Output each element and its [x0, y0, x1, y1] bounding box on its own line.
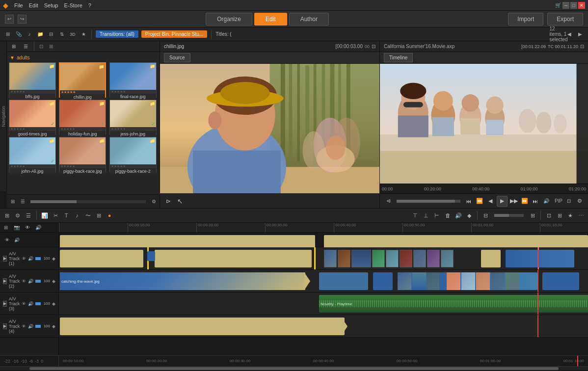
source-mark-in-icon[interactable]: ⊳ — [164, 197, 173, 206]
cart-icon[interactable]: 🛒 — [555, 2, 561, 9]
tl-master-icon[interactable]: ⊞ — [2, 224, 10, 232]
track2-volume-bar[interactable] — [35, 280, 40, 283]
track1-vol-icon[interactable]: 🔊 — [28, 256, 33, 261]
track2-thumb-5[interactable] — [447, 272, 460, 290]
timeline-fullscreen-icon[interactable]: ⊡ — [580, 44, 584, 49]
track1-eye-icon[interactable]: 👁 — [22, 256, 26, 261]
tl-snap-icon[interactable]: ⊥ — [422, 212, 430, 219]
tl-cut-icon[interactable]: ✂ — [52, 212, 59, 219]
grid-item-jess[interactable]: ★★★★★ jess-john.jpg ✓ 📁 — [109, 100, 157, 135]
maximize-button[interactable]: □ — [570, 2, 577, 9]
pip-button[interactable]: PIP — [555, 198, 562, 204]
grid-item-holiday[interactable]: ★★★★★ holiday-fun.jpg ✓ 📁 — [59, 100, 106, 135]
track2-thumb-8[interactable] — [491, 272, 505, 290]
aspect-ratio-icon[interactable]: ⊡ — [564, 197, 573, 206]
tl-effects-icon[interactable]: ★ — [566, 212, 574, 219]
track1-clip-4[interactable] — [506, 250, 574, 267]
track2-blue-1[interactable] — [319, 272, 368, 290]
tl-grid-icon[interactable]: ⊞ — [95, 212, 103, 219]
track4-eye-icon[interactable]: 👁 — [22, 324, 26, 329]
tab-author[interactable]: Author — [289, 13, 329, 26]
grid-item-piggy2[interactable]: ★★★★★ piggy-back-race-2 📁 — [109, 137, 157, 172]
panel-tab-icon2[interactable]: ☰ — [21, 43, 31, 50]
tl-keyframe-icon[interactable]: ◆ — [465, 212, 473, 219]
thumb-clip-2[interactable] — [338, 250, 350, 267]
timeline-scrollbar[interactable] — [0, 366, 588, 370]
track1-clip-1[interactable] — [60, 250, 143, 267]
source-select-icon[interactable]: ↖ — [176, 197, 185, 206]
track2-expand-btn[interactable]: ▶ — [3, 278, 7, 284]
track1-transition-1[interactable] — [147, 251, 155, 261]
menu-file[interactable]: File — [14, 2, 23, 8]
tl-chart-icon[interactable]: 📊 — [41, 212, 49, 219]
prev-nav-icon[interactable]: ◀ — [565, 30, 573, 38]
close-button[interactable]: ✕ — [578, 2, 585, 9]
go-start-button[interactable]: ⏮ — [464, 197, 473, 206]
track2-thumb-6[interactable] — [461, 272, 475, 290]
track1-expand-btn[interactable]: ▶ — [3, 256, 7, 262]
menu-help[interactable]: ? — [88, 2, 91, 8]
track2-wave-clip[interactable]: catching-the-wave.jpg — [60, 272, 305, 290]
source-tab[interactable]: Source — [164, 53, 190, 62]
tl-more-icon[interactable]: ⋯ — [577, 212, 585, 219]
track2-vol-icon[interactable]: 🔊 — [28, 279, 33, 284]
tl-zoom-out-icon[interactable]: ⊟ — [481, 212, 489, 219]
prev-mark-button[interactable]: ⊲ — [384, 197, 393, 206]
thumb-clip-1[interactable] — [324, 250, 337, 267]
next-button[interactable]: ▶▶ — [509, 197, 518, 206]
track2-thumb-1[interactable] — [398, 272, 411, 290]
timeline-tab[interactable]: Timeline — [384, 53, 413, 62]
track1-lock-icon[interactable]: ◆ — [52, 256, 55, 261]
tl-delete-icon[interactable]: 🗑 — [444, 212, 452, 219]
settings-preview-icon[interactable]: ⚙ — [575, 197, 584, 206]
fullscreen-icon[interactable]: ⊡ — [372, 44, 375, 49]
track2-thumb-3[interactable] — [427, 272, 441, 290]
grid-item-john[interactable]: ★★★★★ john-Ali.jpg ✓ 📁 — [9, 137, 56, 172]
grid-item-piggy1[interactable]: ★★★★★ piggy-back-race.jpg 📁 — [59, 137, 106, 172]
thumb-clip-6[interactable] — [400, 250, 412, 267]
track1-clip-3[interactable] — [481, 250, 501, 267]
prev-button[interactable]: ◀ — [486, 197, 495, 206]
next-frame-button[interactable]: ⏩ — [520, 197, 529, 206]
panel-view1-icon[interactable]: ⊡ — [37, 43, 45, 51]
export-button[interactable]: Export — [547, 13, 583, 26]
folder-icon[interactable]: 📁 — [36, 30, 44, 38]
stars-icon[interactable]: ★ — [80, 30, 87, 38]
menu-estore[interactable]: E-Store — [64, 2, 82, 8]
track4-main-clip[interactable] — [60, 318, 345, 335]
thumb-clip-8[interactable] — [427, 250, 440, 267]
settings-icon[interactable]: ⚙ — [150, 198, 158, 206]
tl-voice-icon[interactable]: ♪ — [73, 212, 81, 219]
track1-volume-bar[interactable] — [35, 257, 40, 260]
tl-expand-icon[interactable]: ⊞ — [556, 212, 563, 219]
grid-item-final-race[interactable]: ★★★★★ final-race.jpg 📁 — [109, 62, 157, 98]
tl-add-track-icon[interactable]: ⊞ — [3, 212, 11, 219]
grid-view-icon[interactable]: ⊞ — [9, 198, 17, 206]
menu-edit[interactable]: Edit — [29, 2, 38, 8]
thumb-clip-5[interactable] — [386, 250, 399, 267]
track3-eye-icon[interactable]: 👁 — [22, 301, 26, 306]
track2-eye-icon[interactable]: 👁 — [22, 279, 26, 284]
track3-volume-bar[interactable] — [35, 302, 40, 305]
tab-organize[interactable]: Organize — [206, 13, 252, 26]
audio-icon[interactable]: ♪ — [26, 30, 33, 38]
thumb-clip-3[interactable] — [351, 250, 371, 267]
master-eye-icon[interactable]: 👁 — [3, 236, 11, 244]
tl-color-icon[interactable]: ● — [106, 212, 113, 219]
track4-vol-icon[interactable]: 🔊 — [28, 324, 33, 329]
tl-menu-icon[interactable]: ☰ — [25, 212, 32, 219]
track2-lock-icon[interactable]: ◆ — [52, 279, 55, 284]
grid-item-good-times[interactable]: ★★★★★ good-times.jpg ✓ 📁 — [9, 100, 56, 135]
panel-view2-icon[interactable]: ⊞ — [47, 43, 55, 51]
tl-camera-icon[interactable]: 📷 — [13, 224, 21, 232]
track3-expand-btn[interactable]: ▶ — [3, 301, 7, 307]
list-view-icon[interactable]: ☰ — [19, 198, 27, 206]
grid-item-chillin[interactable]: ★★★★★ chillin.jpg 📁 — [59, 62, 106, 98]
thumb-clip-9[interactable] — [441, 250, 454, 267]
tab-edit[interactable]: Edit — [254, 13, 287, 26]
redo-button[interactable]: ↪ — [18, 15, 27, 24]
track4-expand-btn[interactable]: ▶ — [3, 323, 7, 329]
track2-end-clip[interactable] — [542, 272, 579, 290]
panel-icon[interactable]: ⊞ — [4, 30, 12, 38]
tl-text-icon[interactable]: T — [62, 212, 70, 219]
